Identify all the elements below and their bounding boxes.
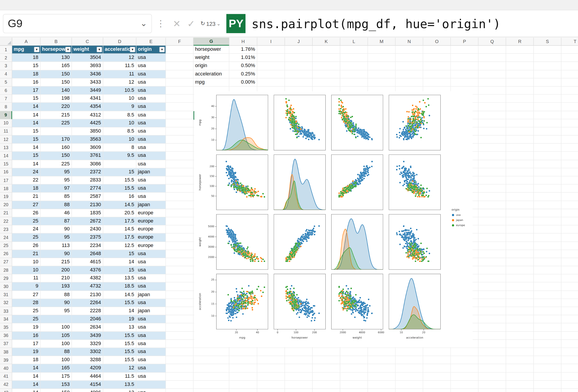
row-header-42[interactable]: 42 [0, 381, 12, 389]
cell-P4[interactable] [451, 70, 479, 78]
cell-H41[interactable] [229, 373, 257, 381]
cell-G1[interactable]: horsepower [193, 46, 229, 54]
cell-Q35[interactable] [479, 323, 506, 331]
cell-O41[interactable] [423, 373, 451, 381]
row-header-23[interactable]: 23 [0, 226, 12, 234]
cell-Q2[interactable] [479, 54, 506, 62]
cell-R9[interactable] [506, 111, 534, 119]
row-header-40[interactable]: 40 [0, 364, 12, 373]
row-header-39[interactable]: 39 [0, 356, 12, 364]
cell-S26[interactable] [534, 250, 561, 258]
cell-M43[interactable] [368, 389, 396, 392]
cell-F12[interactable] [166, 135, 193, 144]
cell-D3[interactable]: 11.5 [103, 62, 136, 70]
cell-C11[interactable]: 3850 [72, 127, 103, 135]
cell-T28[interactable] [561, 266, 578, 274]
cell-C26[interactable]: 2648 [72, 250, 103, 258]
cell-L1[interactable] [340, 46, 368, 54]
cell-R30[interactable] [506, 282, 534, 291]
cell-T31[interactable] [561, 291, 578, 299]
cell-O5[interactable] [423, 78, 451, 86]
cell-T35[interactable] [561, 323, 578, 331]
cell-E5[interactable]: usa [136, 78, 166, 86]
cell-O2[interactable] [423, 54, 451, 62]
cell-R37[interactable] [506, 340, 534, 348]
cell-S7[interactable] [534, 95, 561, 103]
cell-A16[interactable]: 24 [12, 168, 41, 176]
cell-F18[interactable] [166, 184, 193, 193]
confirm-icon[interactable]: ✓ [187, 18, 195, 29]
cell-B4[interactable]: 150 [41, 70, 72, 78]
cell-E42[interactable] [136, 381, 166, 389]
cell-J3[interactable] [285, 62, 313, 70]
cell-R16[interactable] [506, 168, 534, 176]
cell-B15[interactable]: 225 [41, 160, 72, 168]
cell-Q5[interactable] [479, 78, 506, 86]
cell-O4[interactable] [423, 70, 451, 78]
cell-L40[interactable] [340, 364, 368, 373]
cell-Q16[interactable] [479, 168, 506, 176]
cell-D30[interactable]: 18.5 [103, 282, 136, 291]
formula-input[interactable]: sns.pairplot(mpg_df, hue='origin') [252, 16, 501, 31]
cell-B17[interactable]: 95 [41, 176, 72, 184]
cell-F6[interactable] [166, 86, 193, 95]
cell-T39[interactable] [561, 356, 578, 364]
cell-A15[interactable]: 14 [12, 160, 41, 168]
row-header-25[interactable]: 25 [0, 242, 12, 250]
cell-C28[interactable]: 4376 [72, 266, 103, 274]
cell-S23[interactable] [534, 226, 561, 234]
cell-J5[interactable] [285, 78, 313, 86]
cell-T43[interactable] [561, 389, 578, 392]
cell-D9[interactable]: 8.5 [103, 111, 136, 119]
cell-D43[interactable]: 13 [103, 389, 136, 392]
cell-D2[interactable]: 12 [103, 54, 136, 62]
cell-Q6[interactable] [479, 86, 506, 95]
cell-B29[interactable]: 210 [41, 274, 72, 282]
row-header-17[interactable]: 17 [0, 176, 12, 184]
cell-R26[interactable] [506, 250, 534, 258]
cell-O38[interactable] [423, 348, 451, 356]
cell-E41[interactable]: usa [136, 373, 166, 381]
cell-D40[interactable]: 12 [103, 364, 136, 373]
cell-F43[interactable] [166, 389, 193, 392]
cell-B33[interactable]: 95 [41, 307, 72, 315]
cell-S27[interactable] [534, 258, 561, 266]
cell-R43[interactable] [506, 389, 534, 392]
row-header-4[interactable]: 4 [0, 70, 12, 78]
cell-R13[interactable] [506, 144, 534, 152]
row-header-16[interactable]: 16 [0, 168, 12, 176]
cell-Q38[interactable] [479, 348, 506, 356]
cell-D38[interactable]: 15.5 [103, 348, 136, 356]
cell-A13[interactable]: 14 [12, 144, 41, 152]
cell-A34[interactable]: 25 [12, 315, 41, 323]
cell-F4[interactable] [166, 70, 193, 78]
cell-E27[interactable]: usa [136, 258, 166, 266]
cell-Q28[interactable] [479, 266, 506, 274]
column-header-I[interactable]: I [257, 38, 285, 46]
cell-S4[interactable] [534, 70, 561, 78]
pairplot-chart[interactable] [194, 91, 473, 347]
cell-A40[interactable]: 14 [12, 364, 41, 373]
row-header-22[interactable]: 22 [0, 217, 12, 226]
row-header-6[interactable]: 6 [0, 86, 12, 95]
cell-E13[interactable]: usa [136, 144, 166, 152]
column-header-L[interactable]: L [340, 38, 368, 46]
cell-B32[interactable]: 90 [41, 299, 72, 307]
cell-T8[interactable] [561, 103, 578, 111]
cell-T33[interactable] [561, 307, 578, 315]
cell-S22[interactable] [534, 217, 561, 226]
cell-R25[interactable] [506, 242, 534, 250]
column-header-M[interactable]: M [368, 38, 396, 46]
cell-T1[interactable] [561, 46, 578, 54]
cell-R29[interactable] [506, 274, 534, 282]
cell-B27[interactable]: 215 [41, 258, 72, 266]
cell-A25[interactable]: 26 [12, 242, 41, 250]
cell-Q3[interactable] [479, 62, 506, 70]
cell-R27[interactable] [506, 258, 534, 266]
cell-P40[interactable] [451, 364, 479, 373]
cell-R39[interactable] [506, 356, 534, 364]
cell-T40[interactable] [561, 364, 578, 373]
cell-T11[interactable] [561, 127, 578, 135]
cell-Q40[interactable] [479, 364, 506, 373]
cell-T6[interactable] [561, 86, 578, 95]
